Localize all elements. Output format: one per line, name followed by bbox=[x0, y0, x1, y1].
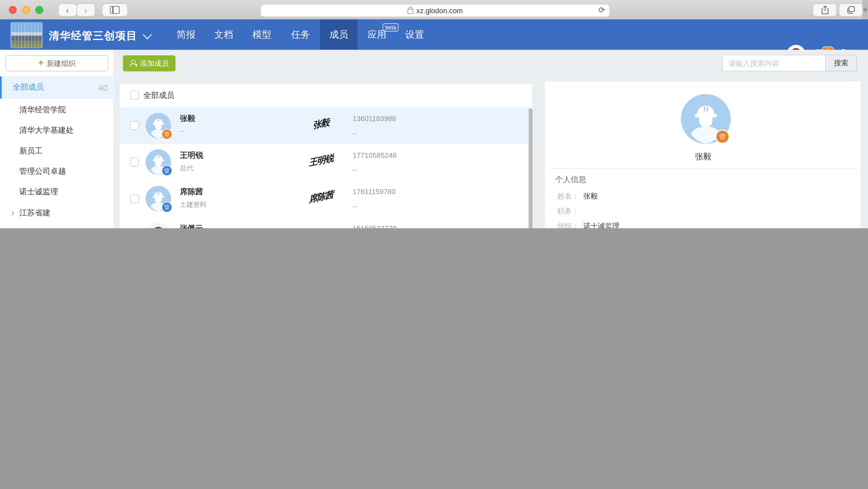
tab-documents[interactable]: 文档 bbox=[205, 19, 243, 50]
browser-forward-button[interactable]: › bbox=[76, 3, 95, 17]
member-detail-panel: 管 张毅 个人信息 姓名： 张毅 职务： 组织： 诺士诚监理 邮箱： – 手机：… bbox=[544, 81, 861, 228]
admin-badge: 管 bbox=[162, 165, 172, 176]
member-email-dash: – bbox=[352, 202, 357, 210]
tab-briefing[interactable]: 简报 bbox=[167, 19, 205, 50]
search-button[interactable]: 搜索 bbox=[826, 55, 857, 71]
sidebar-item-org[interactable]: 清华经管学院 bbox=[0, 100, 114, 120]
member-role: – bbox=[180, 127, 183, 135]
window-close-button[interactable] bbox=[9, 6, 17, 14]
row-checkbox[interactable] bbox=[130, 158, 139, 166]
add-member-button[interactable]: + 添加成员 bbox=[123, 55, 176, 71]
admin-badge: 管 bbox=[715, 129, 730, 144]
sidebar-item-all-members[interactable]: 全部成员 40 bbox=[0, 76, 115, 99]
row-checkbox[interactable] bbox=[130, 194, 139, 203]
browser-titlebar: ‹ › xz.glodon.com ⟳ + bbox=[0, 0, 868, 20]
tab-members[interactable]: 成员 bbox=[320, 19, 358, 50]
member-name: 张佩云 bbox=[180, 224, 203, 228]
section-title: 个人信息 bbox=[555, 175, 586, 185]
sidebar-item-org[interactable]: 清华大学基建处 bbox=[0, 120, 114, 140]
back-icon: ‹ bbox=[66, 5, 69, 14]
chevron-right-icon[interactable]: › bbox=[11, 207, 14, 219]
member-row[interactable]: 管 席陈茜 土建资料 席陈茜 17611159780 – bbox=[120, 181, 533, 218]
window-zoom-button[interactable] bbox=[35, 6, 43, 14]
sidebar-toggle-button[interactable] bbox=[102, 3, 128, 17]
select-all-checkbox[interactable] bbox=[130, 91, 139, 99]
share-icon bbox=[821, 5, 829, 14]
member-name: 席陈茜 bbox=[180, 187, 203, 197]
list-header-label: 全部成员 bbox=[144, 91, 175, 101]
field-title: 职务： bbox=[551, 206, 861, 218]
reload-icon[interactable]: ⟳ bbox=[598, 5, 605, 14]
plus-icon: + bbox=[863, 5, 868, 15]
tab-apps[interactable]: 应用 beta bbox=[358, 19, 396, 50]
field-name: 姓名： 张毅 bbox=[551, 191, 861, 202]
member-list-panel: 全部成员 管 张毅 – 张毅 13601183988 – 管 王明锐 总代 王明… bbox=[119, 83, 533, 228]
member-row[interactable]: 管 王明锐 总代 王明锐 17710585246 – bbox=[120, 144, 533, 181]
project-logo-image bbox=[10, 22, 43, 48]
detail-member-name: 张毅 bbox=[545, 152, 862, 162]
new-org-button[interactable]: + 新建组织 bbox=[5, 55, 108, 71]
member-name: 王明锐 bbox=[180, 151, 203, 161]
signature-image: 王明锐 bbox=[291, 148, 352, 173]
member-phone: 17710585246 bbox=[352, 151, 397, 159]
admin-badge: 管 bbox=[162, 202, 172, 213]
tab-overview-button[interactable] bbox=[839, 3, 863, 17]
signature-image: 张毅 bbox=[291, 112, 352, 137]
list-scrollbar-thumb[interactable] bbox=[529, 108, 532, 228]
add-person-icon: + bbox=[129, 60, 137, 67]
sidebar-item-org[interactable]: 管理公司卓越 bbox=[0, 161, 114, 182]
app-navbar: 清华经管三创项目 简报 文档 模型 任务 成员 应用 beta 设置 4 ? bbox=[0, 19, 868, 50]
row-checkbox[interactable] bbox=[130, 121, 139, 130]
member-phone: 13601183988 bbox=[352, 115, 396, 123]
tab-tasks[interactable]: 任务 bbox=[282, 19, 319, 50]
admin-badge: 管 bbox=[162, 129, 172, 139]
address-bar[interactable]: xz.glodon.com ⟳ bbox=[260, 4, 610, 17]
screenshot-root: ‹ › xz.glodon.com ⟳ + bbox=[0, 0, 868, 228]
search-input[interactable] bbox=[722, 55, 826, 71]
sidebar-item-org[interactable]: 诺士诚监理 bbox=[0, 182, 114, 202]
forward-icon: › bbox=[85, 5, 87, 14]
tabs-icon bbox=[847, 6, 855, 14]
signature-image: 席陈茜 bbox=[291, 185, 352, 210]
tab-settings[interactable]: 设置 bbox=[396, 19, 433, 50]
sidebar-item-org[interactable]: 钢结构专业分包 bbox=[0, 223, 114, 228]
project-switcher[interactable]: 清华经管三创项目 bbox=[49, 29, 150, 43]
divider bbox=[549, 168, 858, 169]
list-header: 全部成员 bbox=[120, 84, 533, 108]
sidebar-item-org[interactable]: 新员工 bbox=[0, 140, 114, 161]
sidebar-toggle-icon bbox=[110, 6, 119, 14]
sidebar-item-org-expandable[interactable]: › 江苏省建 bbox=[0, 202, 114, 223]
chevron-down-icon bbox=[143, 30, 152, 39]
member-name: 张毅 bbox=[180, 114, 195, 124]
plus-icon: + bbox=[38, 58, 44, 68]
browser-back-button[interactable]: ‹ bbox=[58, 3, 77, 17]
member-email-dash: – bbox=[352, 129, 357, 137]
window-minimize-button[interactable] bbox=[22, 6, 30, 14]
member-role: 总代 bbox=[180, 164, 193, 173]
member-row[interactable]: 管 张毅 – 张毅 13601183988 – bbox=[120, 107, 533, 144]
project-title: 清华经管三创项目 bbox=[49, 30, 137, 41]
member-email-dash: – bbox=[352, 165, 357, 174]
member-role: 土建资料 bbox=[180, 200, 207, 210]
member-count: 40 bbox=[98, 83, 107, 92]
lock-icon bbox=[407, 9, 413, 14]
tab-models[interactable]: 模型 bbox=[243, 19, 281, 50]
url-text: xz.glodon.com bbox=[416, 6, 463, 15]
member-avatar-photo bbox=[146, 222, 171, 228]
new-tab-button[interactable]: + bbox=[863, 0, 868, 19]
member-phone: 17611159780 bbox=[352, 188, 396, 196]
member-row[interactable]: 管 张佩云 广联达 15150532770 – bbox=[120, 217, 533, 228]
field-organization: 组织： 诺士诚监理 bbox=[551, 221, 861, 228]
share-button[interactable] bbox=[813, 3, 837, 17]
member-phone: 15150532770 bbox=[352, 224, 397, 228]
